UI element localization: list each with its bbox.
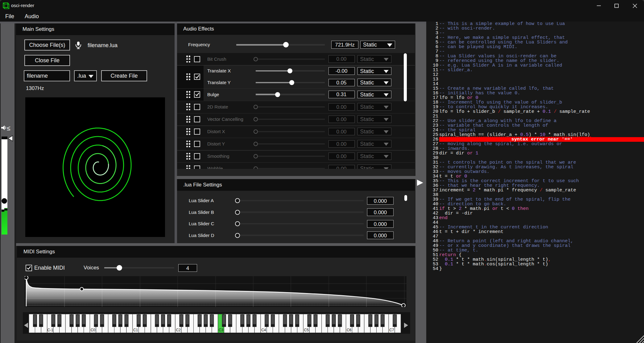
svg-text:C6: C6 [347,328,352,332]
svg-text:C4: C4 [261,328,266,332]
svg-text:C1: C1 [133,328,138,332]
svg-text:C0: C0 [91,328,96,332]
svg-text:C-1: C-1 [47,328,53,332]
svg-text:C2: C2 [176,328,181,332]
svg-text:C5: C5 [304,328,309,332]
svg-text:C3: C3 [219,328,224,332]
svg-text:≤: ≤ [7,125,10,132]
svg-text:C7: C7 [389,328,394,332]
